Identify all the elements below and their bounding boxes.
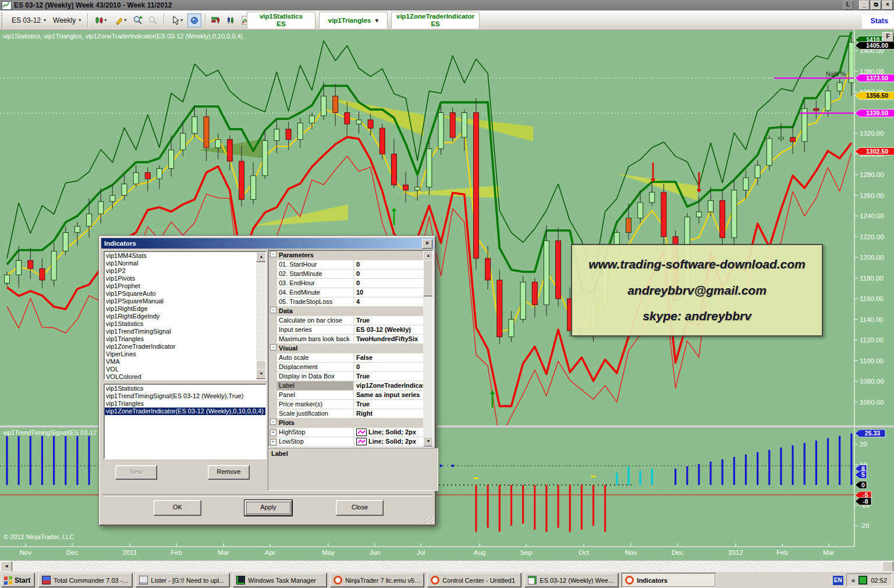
- property-grid[interactable]: -Parameters01. StartHour002. StartMinute…: [268, 250, 434, 448]
- grid-section-parameters[interactable]: -Parameters: [269, 251, 423, 260]
- zoom-out-button[interactable]: [146, 13, 160, 27]
- indicator-list-item[interactable]: vip1PSquareManual: [105, 297, 256, 305]
- apply-button[interactable]: Apply: [244, 500, 292, 516]
- grid-row-value[interactable]: False: [354, 353, 423, 363]
- link-button[interactable]: L: [843, 1, 853, 10]
- zoom-in-button[interactable]: [131, 13, 145, 27]
- expand-icon[interactable]: +: [270, 430, 276, 436]
- grid-row[interactable]: 05. TradeStopLoss4: [269, 297, 423, 307]
- grid-row[interactable]: Labelvip1ZoneTraderIndicat: [269, 381, 423, 391]
- horizontal-scrollbar[interactable]: ◄: [0, 560, 894, 572]
- indicator-list-item[interactable]: vip1Statistics: [105, 320, 256, 328]
- property-grid-scrollbar[interactable]: ▲ ▼: [423, 251, 432, 447]
- indicator-list-item[interactable]: ViperLines: [105, 350, 256, 358]
- grid-row[interactable]: Displacement0: [269, 363, 423, 372]
- instrument-selector[interactable]: ES 03-12▾: [8, 15, 49, 26]
- grid-row-value[interactable]: Line; Solid; 2px: [354, 428, 423, 437]
- grid-row[interactable]: Maximum bars look backTwoHundredFiftySix: [269, 335, 423, 344]
- tray-app-icon[interactable]: [858, 576, 867, 585]
- grid-row-value[interactable]: 0: [354, 270, 423, 279]
- collapse-icon[interactable]: -: [270, 419, 276, 425]
- market-analyzer-button[interactable]: [209, 13, 223, 27]
- grid-row-value[interactable]: 4: [354, 297, 423, 307]
- configured-indicator-item[interactable]: vip1ZoneTraderIndicator(ES 03-12 (Weekly…: [105, 408, 265, 415]
- grid-row[interactable]: 03. EndHour0: [269, 279, 423, 288]
- grid-row[interactable]: 04. EndMinute10: [269, 288, 423, 297]
- taskbar-item[interactable]: Windows Task Manager: [233, 573, 327, 587]
- chart-style-button[interactable]: ▾: [91, 13, 110, 27]
- configured-indicators-list[interactable]: vip1Statisticsvip1TrendTimingSignal(ES 0…: [104, 384, 267, 459]
- indicator-list-item[interactable]: vip1Normal: [105, 260, 256, 267]
- taskbar-item[interactable]: Control Center - Untitled1: [427, 573, 522, 587]
- grid-row-value[interactable]: Line; Solid; 2px: [354, 437, 423, 447]
- dialog-close-icon[interactable]: ×: [422, 239, 432, 249]
- indicator-list-item[interactable]: vip1P2: [105, 267, 256, 275]
- f-button[interactable]: F: [882, 32, 893, 42]
- indicator-list-item[interactable]: vip1RightEdgeIndy: [105, 313, 256, 320]
- indicator-list-item[interactable]: vip1Pivots: [105, 275, 256, 282]
- collapse-icon[interactable]: -: [270, 344, 276, 350]
- collapse-icon[interactable]: -: [270, 251, 276, 257]
- taskbar-item[interactable]: ES 03-12 (Weekly) Wee...: [524, 573, 619, 587]
- grid-row-value[interactable]: 0: [354, 260, 423, 270]
- minimize-button[interactable]: _: [859, 1, 870, 10]
- grid-row-value[interactable]: ES 03-12 (Weekly): [354, 325, 423, 335]
- taskbar-item[interactable]: NinjaTrader 7 lic.emu v5.06: [330, 573, 424, 587]
- language-indicator[interactable]: EN: [833, 576, 843, 585]
- period-selector[interactable]: Weekly▾: [49, 15, 84, 26]
- grid-section-data[interactable]: -Data: [269, 307, 423, 316]
- indicator-list-item[interactable]: vip1MM4Stats: [105, 252, 256, 260]
- toolbar-grip[interactable]: [1, 13, 5, 28]
- close-button[interactable]: Close: [336, 500, 384, 516]
- grid-row[interactable]: PanelSame as input series: [269, 391, 423, 400]
- cursor-button[interactable]: ▾: [168, 13, 186, 27]
- grid-row-value[interactable]: 0: [354, 363, 423, 372]
- tab-vip1Statistics[interactable]: vip1StatisticsES: [247, 12, 315, 29]
- remove-button[interactable]: Remove: [208, 465, 250, 480]
- grid-row-value[interactable]: True: [354, 316, 423, 325]
- indicator-list-item[interactable]: vip1ZoneTraderIndicator: [105, 343, 256, 350]
- grid-row[interactable]: Calculate on bar closeTrue: [269, 316, 423, 325]
- grid-row-value[interactable]: True: [354, 372, 423, 381]
- scroll-down-icon[interactable]: ▼: [423, 437, 434, 447]
- close-button[interactable]: ×: [882, 1, 893, 10]
- configured-indicator-item[interactable]: vip1TrendTimingSignal(ES 03-12 (Weekly),…: [105, 392, 265, 400]
- grid-row[interactable]: Price marker(s)True: [269, 400, 423, 409]
- drawing-tools-button[interactable]: ▾: [111, 13, 130, 27]
- grid-row[interactable]: +LowStopLine; Solid; 2px: [269, 437, 423, 447]
- indicator-list-item[interactable]: vip1TrendTimingSignal: [105, 328, 256, 335]
- ok-button[interactable]: OK: [154, 500, 201, 516]
- grid-section-plots[interactable]: -Plots: [269, 419, 423, 428]
- taskbar-item[interactable]: Lister - [G:\! Need to upl...: [136, 573, 230, 587]
- scroll-thumb[interactable]: [256, 360, 267, 370]
- start-button[interactable]: Start: [1, 573, 35, 587]
- grid-row[interactable]: Auto scaleFalse: [269, 353, 423, 363]
- grid-row[interactable]: Input seriesES 03-12 (Weekly): [269, 325, 423, 335]
- grid-row[interactable]: 01. StartHour0: [269, 260, 423, 270]
- collapse-icon[interactable]: -: [270, 307, 276, 313]
- available-list-scrollbar[interactable]: ▲ ▼: [256, 252, 265, 379]
- indicator-list-item[interactable]: vip1RightEdge: [105, 305, 256, 313]
- grid-section-visual[interactable]: -Visual: [269, 344, 423, 353]
- indicator-list-item[interactable]: vip1PSquareAuto: [105, 290, 256, 297]
- indicator-list-item[interactable]: VOLColored: [105, 373, 256, 380]
- new-button[interactable]: New: [115, 465, 157, 480]
- scroll-up-icon[interactable]: ▲: [256, 252, 267, 262]
- indicator-list-item[interactable]: VOL: [105, 366, 256, 373]
- grid-row-value[interactable]: 0: [354, 279, 423, 288]
- grid-row[interactable]: Display in Data BoxTrue: [269, 372, 423, 381]
- restore-button[interactable]: ⧉: [871, 1, 881, 10]
- stats-tab[interactable]: Stats: [862, 15, 894, 29]
- taskbar-item[interactable]: Indicators: [622, 573, 716, 587]
- available-indicators-list[interactable]: vip1MM4Statsvip1Normalvip1P2vip1Pivotsvi…: [104, 251, 267, 380]
- taskbar-item[interactable]: Total Commander 7.03 - ...: [38, 573, 133, 587]
- grid-row-value[interactable]: True: [354, 400, 423, 409]
- scroll-thumb[interactable]: [423, 260, 434, 296]
- grid-row-value[interactable]: 10: [354, 288, 423, 297]
- tray-expand-icon[interactable]: «: [852, 576, 856, 585]
- scroll-up-icon[interactable]: ▲: [423, 251, 434, 261]
- grid-row[interactable]: Scale justificationRight: [269, 409, 423, 419]
- expand-icon[interactable]: +: [270, 439, 276, 445]
- grid-row[interactable]: +HighStopLine; Solid; 2px: [269, 428, 423, 437]
- indicator-list-item[interactable]: VMA: [105, 358, 256, 366]
